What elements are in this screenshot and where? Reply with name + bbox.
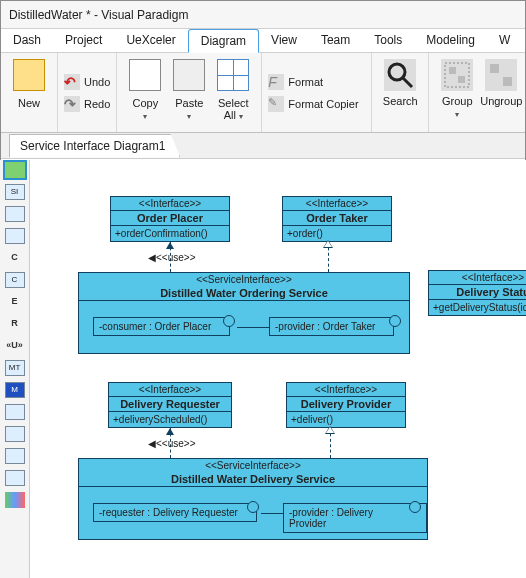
search-icon	[384, 59, 416, 91]
new-icon	[13, 59, 45, 91]
class-name: Distilled Water Ordering Service	[79, 286, 409, 301]
group-label: Group	[442, 95, 473, 107]
palette-c[interactable]: C	[5, 250, 25, 266]
menu-dash[interactable]: Dash	[1, 29, 53, 52]
undo-button[interactable]: ↶ Undo	[64, 71, 110, 93]
paste-label: Paste	[175, 97, 203, 109]
work-area: SI C C E R «U» MT M <<Interface>> Order …	[0, 160, 526, 578]
document-tab[interactable]: Service Interface Diagram1	[9, 134, 180, 158]
role-port[interactable]	[223, 315, 235, 327]
dependency-label: ◀<<use>>	[148, 438, 195, 449]
undo-icon: ↶	[64, 74, 80, 90]
redo-icon: ↷	[64, 96, 80, 112]
palette-item[interactable]	[5, 404, 25, 420]
window-title: DistilledWater * - Visual Paradigm	[1, 1, 525, 29]
palette-color[interactable]	[5, 492, 25, 508]
service-ordering[interactable]: <<ServiceInterface>> Distilled Water Ord…	[78, 272, 410, 354]
operation: +deliver()	[287, 412, 405, 427]
service-body: -consumer : Order Placer -provider : Ord…	[79, 301, 409, 353]
palette-m[interactable]: M	[5, 382, 25, 398]
diagram-canvas[interactable]: <<Interface>> Order Placer +orderConfirm…	[30, 160, 526, 578]
class-name: Delivery Requester	[109, 397, 231, 412]
svg-line-1	[403, 78, 412, 87]
ungroup-label: Ungroup	[479, 95, 523, 107]
operation: +getDeliveryStatus(id : Str	[429, 300, 526, 315]
triangle-icon	[323, 240, 333, 248]
menu-project[interactable]: Project	[53, 29, 114, 52]
copy-icon	[129, 59, 161, 91]
redo-button[interactable]: ↷ Redo	[64, 93, 110, 115]
palette-r[interactable]: R	[5, 316, 25, 332]
undo-label: Undo	[84, 76, 110, 88]
format-button[interactable]: F Format	[268, 71, 365, 93]
select-all-icon	[217, 59, 249, 91]
paste-icon	[173, 59, 205, 91]
menu-team[interactable]: Team	[309, 29, 362, 52]
svg-rect-6	[503, 77, 512, 86]
service-delivery[interactable]: <<ServiceInterface>> Distilled Water Del…	[78, 458, 428, 540]
menu-tools[interactable]: Tools	[362, 29, 414, 52]
redo-label: Redo	[84, 98, 110, 110]
format-label: Format	[288, 76, 323, 88]
select-all-label: Select All	[218, 97, 249, 121]
class-name: Order Taker	[283, 211, 391, 226]
stereotype: <<Interface>>	[283, 197, 391, 211]
interface-delivery-provider[interactable]: <<Interface>> Delivery Provider +deliver…	[286, 382, 406, 428]
role-port[interactable]	[247, 501, 259, 513]
operation: +deliveryScheduled()	[109, 412, 231, 427]
document-tabbar: Service Interface Diagram1	[1, 133, 525, 159]
interface-order-placer[interactable]: <<Interface>> Order Placer +orderConfirm…	[110, 196, 230, 242]
palette-item[interactable]	[5, 206, 25, 222]
interface-delivery-status[interactable]: <<Interface>> Delivery Statu +getDeliver…	[428, 270, 526, 316]
role-connector[interactable]	[237, 327, 269, 328]
ungroup-button[interactable]: Ungroup	[479, 57, 523, 119]
service-body: -requester : Delivery Requester -provide…	[79, 487, 427, 539]
palette-c2[interactable]: C	[5, 272, 25, 288]
stereotype: <<Interface>>	[109, 383, 231, 397]
search-button[interactable]: Search	[378, 57, 422, 107]
group-button[interactable]: Group▾	[435, 57, 479, 119]
palette-si[interactable]: SI	[5, 184, 25, 200]
class-name: Order Placer	[111, 211, 229, 226]
palette-mt[interactable]: MT	[5, 360, 25, 376]
new-button[interactable]: New	[7, 57, 51, 109]
palette-pointer[interactable]	[5, 162, 25, 178]
palette-item[interactable]	[5, 426, 25, 442]
ribbon: New ↶ Undo ↷ Redo Copy▾ Paste▾ Select Al…	[1, 53, 525, 133]
interface-delivery-requester[interactable]: <<Interface>> Delivery Requester +delive…	[108, 382, 232, 428]
menu-w[interactable]: W	[487, 29, 522, 52]
role-port[interactable]	[389, 315, 401, 327]
stereotype: <<Interface>>	[287, 383, 405, 397]
paste-button[interactable]: Paste▾	[167, 57, 211, 121]
role-requester[interactable]: -requester : Delivery Requester	[93, 503, 257, 522]
palette-item[interactable]	[5, 470, 25, 486]
format-icon: F	[268, 74, 284, 90]
menu-uexceler[interactable]: UeXceler	[114, 29, 187, 52]
dependency-label: ◀<<use>>	[148, 252, 195, 263]
copy-button[interactable]: Copy▾	[123, 57, 167, 121]
role-port[interactable]	[409, 501, 421, 513]
chevron-down-icon: ▾	[455, 110, 459, 119]
palette-item[interactable]	[5, 228, 25, 244]
svg-rect-5	[490, 64, 499, 73]
class-name: Distilled Water Delivery Service	[79, 472, 427, 487]
palette-u[interactable]: «U»	[5, 338, 25, 354]
chevron-down-icon: ▾	[143, 112, 147, 121]
stereotype: <<Interface>>	[429, 271, 526, 285]
palette-item[interactable]	[5, 448, 25, 464]
role-connector[interactable]	[261, 513, 283, 514]
select-all-button[interactable]: Select All ▾	[211, 57, 255, 121]
role-provider[interactable]: -provider : Order Taker	[269, 317, 394, 336]
svg-rect-2	[445, 63, 469, 87]
interface-order-taker[interactable]: <<Interface>> Order Taker +order()	[282, 196, 392, 242]
tool-palette: SI C C E R «U» MT M	[0, 160, 30, 578]
role-consumer[interactable]: -consumer : Order Placer	[93, 317, 230, 336]
stereotype: <<Interface>>	[111, 197, 229, 211]
menu-modeling[interactable]: Modeling	[414, 29, 487, 52]
menu-diagram[interactable]: Diagram	[188, 29, 259, 53]
format-copier-button[interactable]: ✎ Format Copier	[268, 93, 365, 115]
palette-e[interactable]: E	[5, 294, 25, 310]
stereotype: <<ServiceInterface>>	[79, 459, 427, 472]
menu-view[interactable]: View	[259, 29, 309, 52]
role-provider[interactable]: -provider : Delivery Provider	[283, 503, 427, 533]
